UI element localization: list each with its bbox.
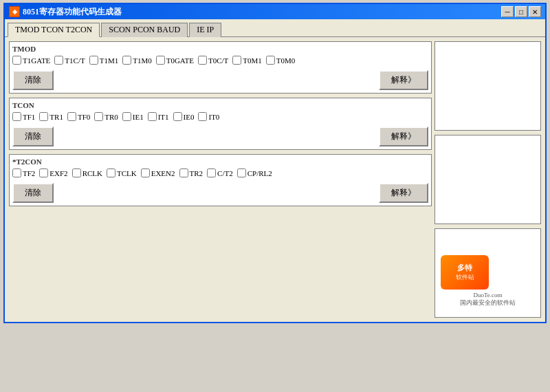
- tcon-ie1[interactable]: IE1: [122, 112, 144, 121]
- tcon-ie1-checkbox[interactable]: [122, 112, 131, 121]
- tmod-t0gate-checkbox[interactable]: [156, 56, 165, 65]
- tmod-t0ct-checkbox[interactable]: [198, 56, 207, 65]
- tmod-t1m0-checkbox[interactable]: [122, 56, 131, 65]
- t2con-tclk[interactable]: TCLK: [107, 168, 137, 177]
- t2con-output-box: 多特 软件站 DuoTe.com 国内最安全的软件站: [434, 228, 541, 318]
- tmod-checkboxes: T1GATE T1C/T T1M1 T1M0: [12, 56, 428, 65]
- tcon-tf0-checkbox[interactable]: [67, 112, 76, 121]
- watermark-tagline: 国内最安全的软件站: [441, 298, 535, 307]
- t2con-tclk-checkbox[interactable]: [107, 168, 116, 177]
- tcon-section: TCON TF1 TR1 TF0: [9, 98, 432, 150]
- restore-button[interactable]: □: [515, 6, 527, 17]
- t2con-tf2-checkbox[interactable]: [12, 168, 21, 177]
- tmod-t1ct[interactable]: T1C/T: [54, 56, 85, 65]
- window-body: TMOD T1GATE T1C/T T1M1: [5, 37, 545, 322]
- tcon-it1-checkbox[interactable]: [148, 112, 157, 121]
- left-panel: TMOD T1GATE T1C/T T1M1: [9, 41, 432, 318]
- t2con-exen2[interactable]: EXEN2: [141, 168, 175, 177]
- t2con-tf2[interactable]: TF2: [12, 168, 35, 177]
- tmod-buttons: 清除 解释》: [12, 70, 428, 90]
- watermark-logo: 多特 软件站: [441, 255, 489, 290]
- minimize-button[interactable]: ─: [501, 6, 514, 17]
- tcon-output-box: [434, 135, 541, 224]
- tmod-section: TMOD T1GATE T1C/T T1M1: [9, 41, 432, 94]
- tcon-it0[interactable]: IT0: [198, 112, 219, 121]
- t2con-rclk-checkbox[interactable]: [72, 168, 81, 177]
- tcon-ie0-checkbox[interactable]: [173, 112, 182, 121]
- tmod-t1m1-checkbox[interactable]: [89, 56, 98, 65]
- tmod-t1m0[interactable]: T1M0: [122, 56, 152, 65]
- window-title: 8051寄存器功能代码生成器: [23, 6, 122, 18]
- tmod-t1m1[interactable]: T1M1: [89, 56, 119, 65]
- tmod-explain-button[interactable]: 解释》: [379, 70, 428, 90]
- t2con-cprl2-checkbox[interactable]: [237, 168, 246, 177]
- t2con-exen2-checkbox[interactable]: [141, 168, 150, 177]
- tmod-t1gate[interactable]: T1GATE: [12, 56, 50, 65]
- t2con-exf2[interactable]: EXF2: [39, 168, 67, 177]
- main-window: ◈ 8051寄存器功能代码生成器 ─ □ ✕ TMOD TCON T2CON S…: [3, 3, 547, 323]
- t2con-checkboxes: TF2 EXF2 RCLK TCLK: [12, 168, 428, 177]
- tcon-tr1[interactable]: TR1: [39, 112, 63, 121]
- t2con-exf2-checkbox[interactable]: [39, 168, 48, 177]
- tcon-tf1[interactable]: TF1: [12, 112, 35, 121]
- tcon-tf1-checkbox[interactable]: [12, 112, 21, 121]
- tmod-t0m1-checkbox[interactable]: [232, 56, 241, 65]
- tmod-t0m0-checkbox[interactable]: [266, 56, 275, 65]
- tmod-t0m0[interactable]: T0M0: [266, 56, 296, 65]
- tab-ie-ip[interactable]: IE IP: [189, 23, 221, 37]
- tcon-clear-button[interactable]: 清除: [12, 127, 54, 146]
- main-content: TMOD T1GATE T1C/T T1M1: [5, 37, 545, 322]
- tcon-tr0[interactable]: TR0: [94, 112, 118, 121]
- t2con-ct2-checkbox[interactable]: [207, 168, 216, 177]
- t2con-label: *T2CON: [12, 157, 428, 166]
- tmod-t0m1[interactable]: T0M1: [232, 56, 262, 65]
- t2con-ct2[interactable]: C/T2: [207, 168, 233, 177]
- tmod-label: TMOD: [12, 45, 428, 53]
- tcon-tr0-checkbox[interactable]: [94, 112, 103, 121]
- watermark-area: 多特 软件站 DuoTe.com 国内最安全的软件站: [435, 250, 540, 313]
- close-button[interactable]: ✕: [529, 6, 541, 17]
- tcon-it0-checkbox[interactable]: [198, 112, 207, 121]
- tmod-t0gate[interactable]: T0GATE: [156, 56, 194, 65]
- watermark-site: 多特: [457, 263, 472, 273]
- tcon-explain-button[interactable]: 解释》: [379, 127, 428, 146]
- title-bar: ◈ 8051寄存器功能代码生成器 ─ □ ✕: [5, 4, 545, 19]
- tab-tmod-tcon-t2con[interactable]: TMOD TCON T2CON: [8, 23, 100, 37]
- t2con-tr2[interactable]: TR2: [179, 168, 204, 177]
- watermark-software: 软件站: [456, 273, 474, 282]
- tcon-tr1-checkbox[interactable]: [39, 112, 48, 121]
- t2con-clear-button[interactable]: 清除: [12, 183, 54, 203]
- tmod-t0ct[interactable]: T0C/T: [198, 56, 228, 65]
- title-buttons: ─ □ ✕: [501, 6, 541, 17]
- tmod-t1ct-checkbox[interactable]: [54, 56, 63, 65]
- t2con-rclk[interactable]: RCLK: [72, 168, 102, 177]
- title-bar-left: ◈ 8051寄存器功能代码生成器: [9, 6, 122, 18]
- tcon-ie0[interactable]: IE0: [173, 112, 195, 121]
- t2con-buttons: 清除 解释》: [12, 183, 428, 203]
- tcon-tf0[interactable]: TF0: [67, 112, 90, 121]
- tcon-buttons: 清除 解释》: [12, 127, 428, 146]
- tmod-output-box: [434, 41, 541, 131]
- tabs-bar: TMOD TCON T2CON SCON PCON BAUD IE IP: [5, 19, 545, 37]
- tab-scon-pcon-baud[interactable]: SCON PCON BAUD: [101, 23, 188, 37]
- t2con-section: *T2CON TF2 EXF2 RCLK: [9, 154, 432, 206]
- tmod-clear-button[interactable]: 清除: [12, 70, 54, 90]
- watermark-domain: DuoTe.com: [441, 292, 535, 298]
- t2con-cprl2[interactable]: CP/RL2: [237, 168, 272, 177]
- tcon-it1[interactable]: IT1: [148, 112, 169, 121]
- t2con-explain-button[interactable]: 解释》: [379, 183, 428, 203]
- tmod-t1gate-checkbox[interactable]: [12, 56, 21, 65]
- tcon-checkboxes: TF1 TR1 TF0 TR0: [12, 112, 428, 121]
- t2con-tr2-checkbox[interactable]: [179, 168, 188, 177]
- right-panel: 多特 软件站 DuoTe.com 国内最安全的软件站: [434, 41, 541, 318]
- app-icon: ◈: [9, 6, 20, 17]
- tcon-label: TCON: [12, 101, 428, 109]
